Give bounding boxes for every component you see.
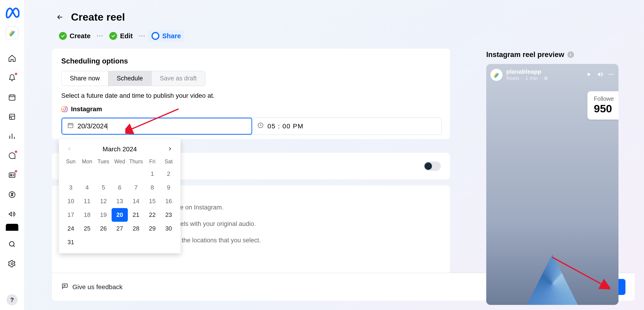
ring-icon: [152, 32, 160, 40]
calendar-next-icon[interactable]: [168, 146, 172, 152]
collapsed-tab-icon[interactable]: [6, 224, 18, 231]
calendar-day[interactable]: 4: [79, 181, 95, 194]
calendar-day[interactable]: 11: [79, 194, 95, 208]
content-icon[interactable]: [8, 112, 17, 121]
step-separator: •••: [137, 33, 147, 39]
tab-schedule[interactable]: Schedule: [108, 71, 152, 86]
step-separator: •••: [95, 33, 105, 39]
time-value: 05 : 00 PM: [268, 123, 304, 130]
time-input[interactable]: 05 : 00 PM: [252, 118, 442, 135]
more-icon[interactable]: [608, 71, 614, 79]
calendar-day[interactable]: 13: [112, 194, 128, 208]
calendar-day[interactable]: 2: [160, 167, 177, 181]
svg-point-14: [610, 74, 612, 75]
date-picker[interactable]: March 2024 SunMonTuesWedThursFriSat12345…: [59, 139, 180, 253]
step-create[interactable]: Create: [56, 30, 94, 42]
svg-point-6: [11, 263, 13, 265]
svg-rect-7: [62, 106, 67, 112]
calendar-day: [112, 167, 128, 181]
calendar-day[interactable]: 6: [112, 181, 128, 194]
calendar-day[interactable]: 23: [160, 208, 177, 222]
back-arrow-icon[interactable]: [56, 13, 64, 21]
calendar-day[interactable]: 21: [128, 208, 144, 222]
info-icon[interactable]: i: [568, 51, 574, 58]
step-share[interactable]: Share: [148, 30, 184, 42]
calendar-day[interactable]: 10: [63, 194, 79, 208]
toggle-switch[interactable]: [424, 161, 441, 171]
calendar-dow: Tues: [95, 156, 112, 167]
calendar-title: March 2024: [102, 146, 137, 153]
calendar-day[interactable]: 28: [128, 222, 144, 235]
notification-badge: [15, 73, 17, 75]
calendar-day[interactable]: 19: [95, 208, 112, 222]
step-edit[interactable]: Edit: [106, 30, 136, 42]
svg-rect-1: [10, 114, 15, 120]
monetization-icon[interactable]: [8, 190, 17, 199]
calendar-day[interactable]: 5: [95, 181, 112, 194]
calendar-icon: [67, 122, 74, 130]
notifications-icon[interactable]: [8, 73, 17, 82]
calendar-dow: Sun: [63, 156, 79, 167]
calendar-dow: Thurs: [128, 156, 144, 167]
settings-icon[interactable]: [8, 259, 17, 268]
left-nav-rail: ?: [0, 0, 24, 310]
feedback-link[interactable]: Give us feedback: [61, 283, 122, 291]
planable-app-icon[interactable]: [6, 26, 18, 39]
calendar-day[interactable]: 8: [144, 181, 160, 194]
home-icon[interactable]: [8, 54, 17, 63]
meta-logo-icon[interactable]: [5, 5, 20, 19]
calendar-day[interactable]: 25: [79, 222, 95, 235]
calendar-day[interactable]: 24: [63, 222, 79, 235]
help-icon[interactable]: ?: [6, 294, 18, 305]
calendar-dow: Fri: [144, 156, 160, 167]
step-create-label: Create: [70, 32, 90, 40]
check-icon: [109, 32, 117, 40]
inbox-icon[interactable]: [8, 151, 17, 160]
calendar-day[interactable]: 17: [63, 208, 79, 222]
calendar-day[interactable]: 9: [160, 181, 177, 194]
date-input[interactable]: 20/3/2024: [62, 118, 252, 135]
check-icon: [59, 32, 67, 40]
preview-title: Instagram reel preview: [486, 50, 564, 59]
page-title: Create reel: [71, 11, 125, 23]
scheduling-card: Scheduling options Share now Schedule Sa…: [52, 49, 450, 139]
contacts-icon[interactable]: [8, 170, 17, 180]
schedule-tabs: Share now Schedule Save as draft: [61, 71, 205, 86]
tab-share-now[interactable]: Share now: [62, 71, 108, 86]
calendar-day[interactable]: 1: [144, 167, 160, 181]
preview-avatar[interactable]: [490, 69, 502, 81]
calendar-day[interactable]: 18: [79, 208, 95, 222]
svg-point-8: [63, 108, 66, 111]
calendar-day[interactable]: 31: [63, 235, 79, 249]
calendar-day[interactable]: 29: [144, 222, 160, 235]
tab-save-draft[interactable]: Save as draft: [152, 71, 205, 86]
calendar-day[interactable]: 30: [160, 222, 177, 235]
calendar-day[interactable]: 27: [112, 222, 128, 235]
calendar-day: [63, 167, 79, 181]
calendar-day[interactable]: 14: [128, 194, 144, 208]
volume-icon[interactable]: [597, 71, 603, 79]
calendar-dow: Wed: [112, 156, 128, 167]
calendar-day[interactable]: 22: [144, 208, 160, 222]
calendar-day[interactable]: 7: [128, 181, 144, 194]
calendar-day[interactable]: 26: [95, 222, 112, 235]
play-icon[interactable]: [586, 71, 592, 78]
calendar-day[interactable]: 3: [63, 181, 79, 194]
search-icon[interactable]: [8, 240, 17, 249]
insights-icon[interactable]: [8, 132, 17, 141]
calendar-day[interactable]: 16: [160, 194, 177, 208]
calendar-dow: Mon: [79, 156, 95, 167]
calendar-day[interactable]: 12: [95, 194, 112, 208]
svg-rect-2: [9, 173, 15, 177]
svg-rect-10: [68, 124, 73, 128]
contacts-badge: [15, 170, 17, 172]
calendar-day: [79, 167, 95, 181]
step-edit-label: Edit: [120, 32, 133, 40]
planner-icon[interactable]: [8, 93, 17, 102]
preview-account-name[interactable]: planableapp: [506, 68, 548, 75]
calendar-day: [128, 167, 144, 181]
calendar-day[interactable]: 20: [112, 208, 128, 222]
ads-icon[interactable]: [8, 209, 17, 219]
calendar-day[interactable]: 15: [144, 194, 160, 208]
calendar-prev-icon[interactable]: [67, 146, 72, 152]
